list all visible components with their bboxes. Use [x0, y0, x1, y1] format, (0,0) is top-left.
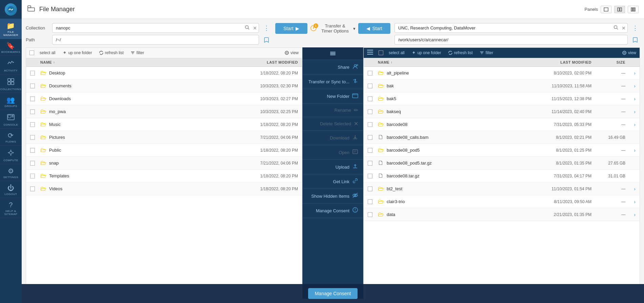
chevron-right-icon[interactable]: ›: [625, 186, 636, 192]
row-checkbox[interactable]: [368, 187, 372, 191]
dual-panel-btn[interactable]: [614, 6, 625, 13]
right-select-all-btn[interactable]: select all: [387, 50, 406, 56]
table-row[interactable]: 🗁 Downloads 10/3/2023, 02:27 PM: [26, 92, 302, 105]
context-open-item[interactable]: Open: [303, 145, 363, 160]
right-path-input[interactable]: [394, 35, 628, 45]
table-row[interactable]: 🗁 barcode08_pod5 8/1/2023, 01:25 PM — ›: [364, 144, 640, 157]
sidebar-item-activity[interactable]: ACTIVITY: [0, 56, 22, 74]
right-start-btn[interactable]: ◀ Start: [358, 23, 390, 34]
row-checkbox[interactable]: [368, 174, 372, 178]
context-new-folder-item[interactable]: New Folder: [303, 89, 363, 104]
left-bookmark-btn[interactable]: [262, 35, 271, 45]
row-checkbox[interactable]: [30, 135, 35, 140]
left-start-btn[interactable]: Start ▶: [275, 23, 307, 34]
table-row[interactable]: 🗁 bak5 11/15/2023, 12:38 PM — ›: [364, 92, 640, 105]
left-path-input[interactable]: [52, 35, 259, 45]
row-checkbox[interactable]: [30, 187, 35, 191]
left-collection-input[interactable]: [52, 23, 259, 33]
row-checkbox[interactable]: [368, 161, 372, 166]
table-row[interactable]: 🗁 data 2/21/2023, 01:35 PM — ›: [364, 208, 640, 221]
right-collection-search-btn[interactable]: [614, 25, 618, 31]
table-row[interactable]: 🗁 Documents 10/3/2023, 02:30 PM: [26, 80, 302, 92]
table-row[interactable]: 🗁 Pictures 7/21/2022, 04:06 PM: [26, 131, 302, 144]
sidebar-item-bookmarks[interactable]: 🔖 BOOKMARKS: [0, 39, 22, 56]
chevron-right-icon[interactable]: ›: [625, 70, 636, 76]
row-checkbox[interactable]: [368, 148, 372, 153]
table-row[interactable]: 🗁 bt2_test 11/10/2023, 01:54 PM — ›: [364, 182, 640, 195]
left-refresh-btn[interactable]: refresh list: [98, 50, 125, 56]
sidebar-item-flows[interactable]: ⟳ FLOWS: [0, 129, 22, 146]
chevron-right-icon[interactable]: ›: [625, 212, 636, 217]
right-refresh-btn[interactable]: refresh list: [447, 50, 474, 56]
triple-panel-btn[interactable]: [628, 6, 639, 13]
chevron-right-icon[interactable]: ›: [625, 96, 636, 102]
left-select-all-checkbox[interactable]: [29, 50, 34, 55]
chevron-right-icon[interactable]: ›: [625, 83, 636, 89]
left-filter-btn[interactable]: filter: [129, 50, 146, 56]
row-checkbox[interactable]: [368, 212, 372, 217]
sidebar-item-settings[interactable]: ⚙ SETTINGS: [0, 164, 22, 181]
left-collection-search-btn[interactable]: [245, 25, 250, 31]
row-checkbox[interactable]: [368, 96, 372, 101]
right-collection-menu-btn[interactable]: ⋮: [630, 23, 640, 33]
single-panel-btn[interactable]: [601, 6, 611, 13]
sidebar-item-file-manager[interactable]: 📁 FILE MANAGER: [0, 19, 22, 39]
row-checkbox[interactable]: [30, 96, 35, 101]
context-manage-consent-item[interactable]: Manage Consent: [303, 203, 363, 218]
right-filter-btn[interactable]: filter: [478, 50, 495, 56]
right-collection-input[interactable]: [394, 23, 628, 33]
left-collection-menu-btn[interactable]: ⋮: [262, 23, 271, 33]
left-view-btn[interactable]: view: [284, 50, 299, 55]
row-checkbox[interactable]: [30, 148, 35, 153]
table-row[interactable]: 🗁 Desktop 1/18/2022, 08:20 PM: [26, 67, 302, 80]
context-transfer-item[interactable]: Transfer or Sync to...: [303, 74, 363, 89]
context-upload-item[interactable]: Upload: [303, 160, 363, 174]
table-row[interactable]: 🗁 bakseq 11/14/2023, 02:40 PM — ›: [364, 105, 640, 118]
left-collection-clear-btn[interactable]: ✕: [253, 25, 257, 31]
sidebar-item-logout[interactable]: ⏻ LOGOUT: [0, 181, 22, 198]
row-checkbox[interactable]: [368, 135, 372, 140]
sidebar-item-collections[interactable]: COLLECTIONS: [0, 74, 22, 93]
row-checkbox[interactable]: [30, 109, 35, 114]
right-view-btn[interactable]: view: [622, 50, 636, 55]
context-show-hidden-item[interactable]: Show Hidden Items: [303, 189, 363, 203]
row-checkbox[interactable]: [30, 161, 35, 166]
transfer-options-btn[interactable]: 1 Transfer & Timer Options ▾: [310, 23, 356, 34]
left-select-all-btn[interactable]: select all: [38, 50, 57, 56]
right-up-one-folder-btn[interactable]: up one folder: [410, 50, 443, 56]
table-row[interactable]: 🗋 barcode08.tar.gz 7/31/2023, 04:17 PM 3…: [364, 170, 640, 182]
table-row[interactable]: 🗁 alt_pipeline 8/10/2023, 02:00 PM — ›: [364, 67, 640, 80]
chevron-right-icon[interactable]: ›: [625, 148, 636, 153]
table-row[interactable]: 🗋 barcode08_pod5.tar.gz 8/1/2023, 01:35 …: [364, 157, 640, 170]
row-checkbox[interactable]: [30, 174, 35, 178]
sidebar-item-console[interactable]: CONSOLE: [0, 110, 22, 129]
context-delete-item[interactable]: Delete Selected ✕: [303, 117, 363, 131]
row-checkbox[interactable]: [368, 84, 372, 88]
chevron-right-icon[interactable]: ›: [625, 122, 636, 127]
row-checkbox[interactable]: [30, 84, 35, 88]
context-share-item[interactable]: Share: [303, 60, 363, 74]
chevron-right-icon[interactable]: ›: [625, 109, 636, 114]
manage-consent-btn[interactable]: Manage Consent: [308, 288, 358, 299]
table-row[interactable]: 🗁 mo_pwa 10/3/2023, 02:25 PM: [26, 105, 302, 118]
sidebar-item-groups[interactable]: 👥 GROUPS: [0, 93, 22, 110]
table-row[interactable]: 🗁 barcode08 7/31/2023, 05:33 PM — ›: [364, 118, 640, 131]
row-checkbox[interactable]: [368, 199, 372, 204]
left-up-one-folder-btn[interactable]: up one folder: [61, 50, 93, 56]
right-bookmark-btn[interactable]: [630, 35, 640, 45]
table-row[interactable]: 🗁 bak 11/10/2023, 11:58 AM — ›: [364, 80, 640, 92]
table-row[interactable]: 🗁 Music 1/18/2022, 08:20 PM: [26, 118, 302, 131]
table-row[interactable]: 🗁 clair3-trio 8/11/2023, 09:50 AM — ›: [364, 195, 640, 208]
row-checkbox[interactable]: [368, 109, 372, 114]
table-row[interactable]: 🗁 Public 1/18/2022, 08:20 PM: [26, 144, 302, 157]
right-hamburger-btn[interactable]: [367, 50, 373, 56]
sidebar-item-help[interactable]: ? HELP & SITEMAP: [0, 198, 22, 218]
context-get-link-item[interactable]: Get Link: [303, 174, 363, 189]
table-row[interactable]: 🗁 Templates 1/18/2022, 08:20 PM: [26, 170, 302, 182]
row-checkbox[interactable]: [30, 71, 35, 75]
row-checkbox[interactable]: [368, 71, 372, 75]
row-checkbox[interactable]: [368, 122, 372, 127]
table-row[interactable]: 🗁 snap 7/21/2022, 04:06 PM: [26, 157, 302, 170]
app-logo[interactable]: [0, 0, 22, 19]
chevron-right-icon[interactable]: ›: [625, 199, 636, 204]
